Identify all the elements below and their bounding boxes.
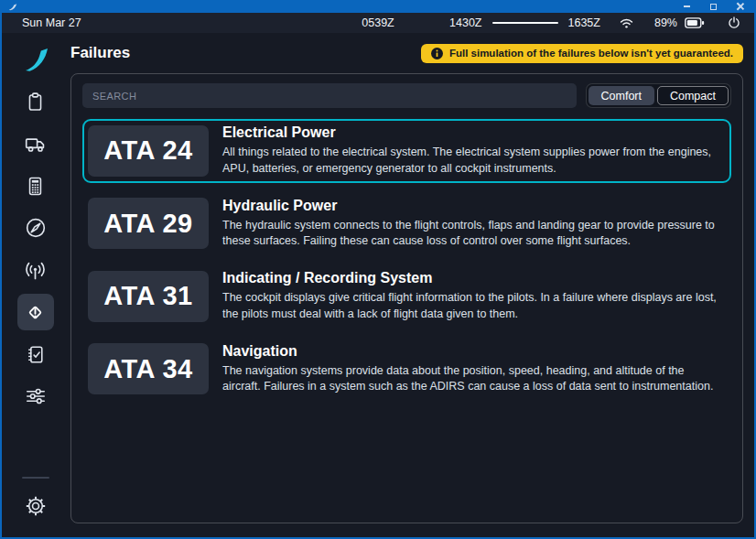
failure-card-ata34[interactable]: ATA 34 Navigation The navigation systems… bbox=[82, 338, 731, 402]
battery-percentage: 89% bbox=[654, 16, 677, 29]
failure-card-text: Hydraulic Power The hydraulic system con… bbox=[222, 198, 726, 251]
failure-description: The navigation systems provide data abou… bbox=[222, 363, 720, 396]
statusbar: Sun Mar 27 0539Z 1430Z 1635Z 89% bbox=[2, 13, 754, 33]
sidebar-item-dispatch[interactable] bbox=[17, 83, 54, 120]
gear-icon bbox=[24, 494, 48, 518]
app-window: Sun Mar 27 0539Z 1430Z 1635Z 89% bbox=[0, 0, 756, 539]
search-row: Comfort Compact bbox=[82, 83, 731, 108]
view-toggle: Comfort Compact bbox=[586, 83, 731, 108]
failure-title: Electrical Power bbox=[222, 124, 720, 141]
view-toggle-compact[interactable]: Compact bbox=[657, 86, 729, 105]
failures-panel: Comfort Compact ATA 24 Electrical Power … bbox=[70, 73, 743, 523]
failure-title: Indicating / Recording System bbox=[222, 270, 720, 286]
checklist-icon bbox=[24, 343, 47, 366]
power-icon[interactable] bbox=[727, 16, 741, 30]
sidebar-item-checklists[interactable] bbox=[17, 336, 54, 372]
sidebar-item-atc[interactable] bbox=[17, 252, 54, 288]
failure-card-ata31[interactable]: ATA 31 Indicating / Recording System The… bbox=[82, 264, 731, 329]
sidebar-item-navigation[interactable] bbox=[17, 210, 54, 246]
failure-description: All things related to the electrical sys… bbox=[222, 145, 720, 178]
alert-text: Full simulation of the failures below is… bbox=[449, 48, 733, 59]
failure-description: The cockpit displays give critical fligh… bbox=[222, 290, 720, 323]
statusbar-date: Sun Mar 27 bbox=[22, 16, 81, 29]
minimize-icon[interactable] bbox=[684, 5, 690, 7]
compass-icon bbox=[24, 216, 48, 240]
sidebar-item-ground[interactable] bbox=[17, 125, 54, 162]
failure-card-text: Navigation The navigation systems provid… bbox=[222, 343, 726, 396]
broadcast-icon bbox=[23, 258, 48, 283]
schedule-end-time: 1635Z bbox=[568, 16, 600, 29]
view-toggle-comfort[interactable]: Comfort bbox=[589, 86, 654, 105]
page-title: Failures bbox=[70, 44, 130, 62]
failure-card-text: Electrical Power All things related to t… bbox=[222, 124, 726, 178]
page-header: Failures Full simulation of the failures… bbox=[70, 38, 743, 73]
sidebar-divider bbox=[22, 477, 49, 479]
sidebar-item-performance[interactable] bbox=[17, 167, 54, 204]
wifi-icon bbox=[619, 16, 634, 29]
flybywire-app-icon bbox=[8, 3, 17, 11]
window-titlebar[interactable] bbox=[2, 0, 754, 13]
sidebar-item-failures[interactable] bbox=[17, 294, 54, 330]
flybywire-logo-icon bbox=[22, 46, 49, 73]
truck-icon bbox=[24, 132, 48, 156]
failure-card-ata24[interactable]: ATA 24 Electrical Power All things relat… bbox=[82, 119, 731, 183]
maximize-icon[interactable] bbox=[710, 4, 717, 10]
failure-title: Hydraulic Power bbox=[222, 198, 720, 214]
battery-icon bbox=[685, 16, 705, 29]
failure-card-list: ATA 24 Electrical Power All things relat… bbox=[82, 119, 731, 401]
sliders-icon bbox=[24, 384, 48, 408]
app-main: Failures Full simulation of the failures… bbox=[2, 33, 754, 537]
sidebar bbox=[2, 33, 69, 537]
flight-progress-bar bbox=[492, 22, 558, 24]
ata-code-box: ATA 31 bbox=[88, 271, 209, 322]
content: Failures Full simulation of the failures… bbox=[69, 33, 754, 537]
failure-description: The hydraulic system connects to the fli… bbox=[222, 218, 720, 251]
failure-card-text: Indicating / Recording System The cockpi… bbox=[222, 270, 726, 323]
close-icon[interactable] bbox=[737, 3, 744, 10]
sidebar-item-presets[interactable] bbox=[17, 378, 54, 415]
failure-card-ata29[interactable]: ATA 29 Hydraulic Power The hydraulic sys… bbox=[82, 192, 731, 256]
schedule-start-time: 1430Z bbox=[449, 16, 481, 29]
ata-code-box: ATA 29 bbox=[88, 198, 209, 249]
simulation-alert-badge: Full simulation of the failures below is… bbox=[421, 44, 743, 63]
calculator-icon bbox=[24, 175, 47, 198]
info-icon bbox=[431, 48, 443, 59]
failure-diamond-icon bbox=[23, 300, 48, 325]
sidebar-item-settings[interactable] bbox=[17, 488, 54, 524]
ata-code-box: ATA 34 bbox=[88, 343, 209, 394]
search-input[interactable] bbox=[82, 83, 577, 108]
statusbar-utc-time: 0539Z bbox=[362, 16, 394, 29]
ata-code-box: ATA 24 bbox=[88, 125, 209, 177]
failure-title: Navigation bbox=[222, 343, 720, 360]
clipboard-icon bbox=[24, 91, 47, 113]
sidebar-item-dashboard[interactable] bbox=[17, 41, 54, 78]
